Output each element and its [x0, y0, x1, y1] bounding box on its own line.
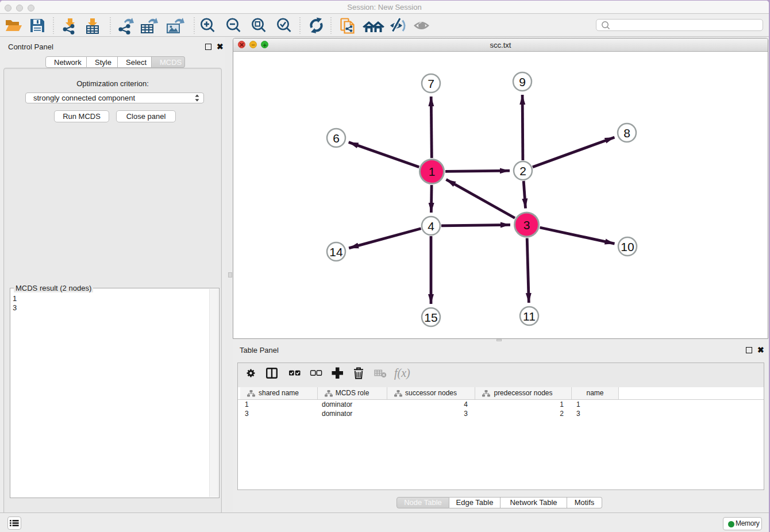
svg-text:9: 9 [519, 75, 526, 88]
svg-text:14: 14 [329, 245, 343, 259]
svg-text:11: 11 [523, 310, 536, 323]
svg-text:6: 6 [333, 132, 340, 145]
svg-text:f(x): f(x) [394, 367, 410, 380]
svg-text:3: 3 [523, 218, 530, 232]
svg-text:2: 2 [519, 164, 526, 178]
svg-text:1: 1 [429, 165, 436, 178]
svg-text:15: 15 [424, 311, 437, 324]
svg-text:7: 7 [428, 77, 434, 90]
svg-text:10: 10 [621, 240, 634, 253]
svg-text:4: 4 [428, 219, 434, 233]
svg-text:8: 8 [623, 126, 630, 140]
